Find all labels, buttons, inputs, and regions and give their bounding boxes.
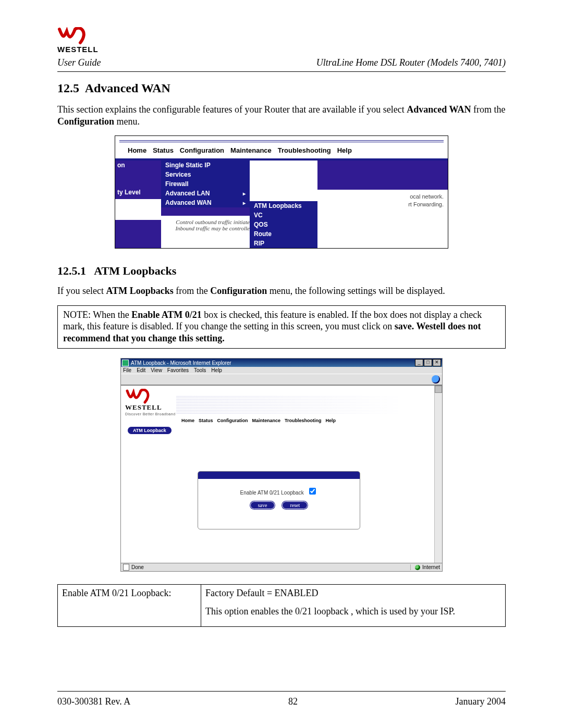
note-box: NOTE: When the Enable ATM 0/21 box is ch…: [57, 305, 506, 349]
window-minimize-button[interactable]: _: [415, 359, 423, 366]
footer-left: 030-300381 Rev. A: [57, 696, 130, 707]
nav-troubleshooting[interactable]: Troubleshooting: [278, 146, 331, 154]
vertical-scrollbar[interactable]: [434, 386, 442, 563]
footer-center: 82: [288, 696, 298, 707]
header-rule: [57, 71, 506, 72]
submenu-route[interactable]: Route: [250, 229, 317, 239]
menu-single-static-ip[interactable]: Single Static IP: [161, 161, 250, 170]
left-fragment-top: on: [115, 161, 161, 170]
bg-text-2-left: Inbound traffic may be controlle: [161, 225, 250, 231]
section-heading: 12.5 Advanced WAN: [57, 81, 506, 95]
save-button[interactable]: save: [250, 501, 275, 509]
setting-name-cell: Enable ATM 0/21 Loopback:: [58, 585, 201, 627]
svg-text:WESTELL: WESTELL: [125, 403, 162, 411]
menu-firewall[interactable]: Firewall: [161, 179, 250, 189]
menu-favorites[interactable]: Favorites: [167, 367, 189, 373]
menu-edit[interactable]: Edit: [137, 367, 145, 373]
nav-help[interactable]: Help: [337, 146, 352, 154]
enable-atm-label: Enable ATM 0/21 Loopback: [240, 490, 304, 496]
footer-right: January 2004: [456, 696, 506, 707]
submenu-atm-loopbacks[interactable]: ATM Loopbacks: [250, 201, 317, 211]
mini-nav-maintenance[interactable]: Maintenance: [252, 418, 281, 423]
footer-rule: [57, 691, 506, 692]
mini-nav-home[interactable]: Home: [181, 418, 194, 423]
reset-button[interactable]: reset: [282, 501, 308, 509]
menu-services[interactable]: Services: [161, 170, 250, 179]
left-fragment-bottom: ty Level: [115, 170, 161, 199]
status-zone: Internet: [422, 564, 440, 570]
mini-nav-troubleshooting[interactable]: Troubleshooting: [285, 418, 322, 423]
window-maximize-button[interactable]: □: [424, 359, 432, 366]
subsection-heading: 12.5.1 ATM Loopbacks: [57, 264, 506, 278]
submenu-rip[interactable]: RIP: [250, 239, 317, 248]
status-done: Done: [131, 564, 144, 570]
bg-text-1-right: ocal network.: [317, 193, 444, 201]
browser-menubar: File Edit View Favorites Tools Help: [121, 367, 442, 374]
side-atm-loopback[interactable]: ATM Loopback: [127, 426, 172, 435]
bg-text-1-left: Control outbound traffic initiate: [161, 219, 250, 225]
enable-atm-checkbox[interactable]: [309, 488, 316, 495]
menu-view[interactable]: View: [151, 367, 162, 373]
window-close-button[interactable]: ✕: [433, 359, 441, 366]
submenu-qos[interactable]: QOS: [250, 220, 317, 229]
window-title: ATM Loopback - Microsoft Internet Explor…: [131, 360, 231, 366]
bg-text-2-right: rt Forwarding.: [317, 201, 444, 208]
nav-home[interactable]: Home: [128, 146, 146, 154]
mini-nav-status[interactable]: Status: [199, 418, 213, 423]
svg-text:WESTELL: WESTELL: [57, 45, 99, 54]
submenu-vc[interactable]: VC: [250, 211, 317, 220]
mini-nav-configuration[interactable]: Configuration: [217, 418, 248, 423]
nav-maintenance[interactable]: Maintenance: [230, 146, 272, 154]
mini-nav-help[interactable]: Help: [326, 418, 336, 423]
settings-table: Enable ATM 0/21 Loopback: Factory Defaul…: [57, 584, 506, 627]
globe-icon: [415, 565, 420, 570]
menu-advanced-lan[interactable]: Advanced LAN: [161, 189, 250, 198]
nav-status[interactable]: Status: [153, 146, 174, 154]
subsection-intro: If you select ATM Loopbacks from the Con…: [57, 285, 506, 297]
header-left: User Guide: [57, 57, 101, 68]
westell-logo: WESTELL: [57, 27, 506, 54]
ie-icon: [122, 360, 129, 366]
atm-loopback-panel: Enable ATM 0/21 Loopback save reset: [198, 471, 360, 529]
nav-row: Home Status Configuration Maintenance Tr…: [119, 144, 444, 156]
menu-tools[interactable]: Tools: [194, 367, 206, 373]
doc-icon: [123, 564, 129, 571]
menu-advanced-wan[interactable]: Advanced WAN: [161, 198, 250, 207]
screenshot-atm-loopback-window: ATM Loopback - Microsoft Internet Explor…: [120, 358, 443, 572]
section-intro: This section explains the configurable f…: [57, 104, 506, 127]
ie-throbber-icon: [432, 375, 440, 384]
screenshot-config-menu: Home Status Configuration Maintenance Tr…: [115, 135, 448, 249]
menu-help[interactable]: Help: [211, 367, 222, 373]
setting-desc-cell: Factory Default = ENABLED This option en…: [201, 585, 506, 627]
nav-configuration[interactable]: Configuration: [180, 146, 224, 154]
header-right: UltraLine Home DSL Router (Models 7400, …: [316, 57, 506, 68]
menu-file[interactable]: File: [123, 367, 131, 373]
